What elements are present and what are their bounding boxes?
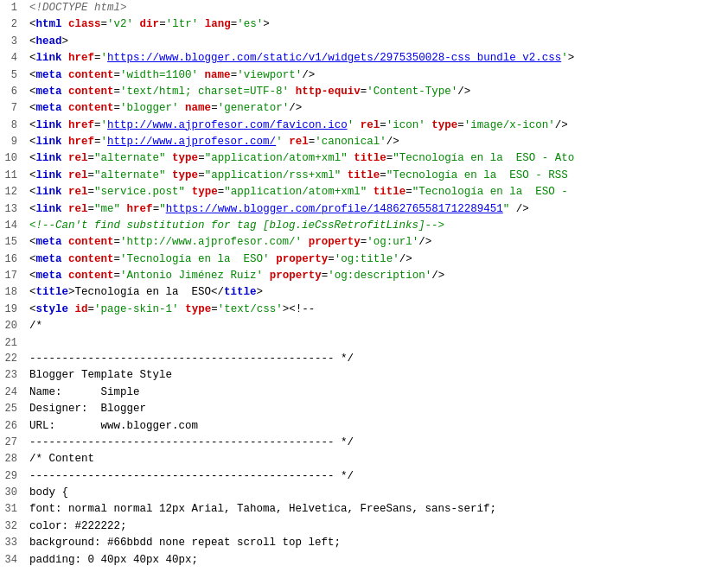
line-number: 8: [0, 118, 26, 134]
code-token: meta: [36, 253, 62, 265]
code-token: "alternate": [94, 152, 166, 164]
code-token: content: [68, 69, 114, 81]
line-number: 22: [0, 351, 26, 367]
code-token: 'text/html; charset=UTF-8': [120, 86, 289, 98]
line-row: 7<meta content='blogger' name='generator…: [0, 100, 728, 117]
code-token: "application/atom+xml": [224, 186, 367, 198]
code-token: https://www.blogger.com/profile/14862765…: [166, 203, 503, 215]
code-token: [179, 303, 186, 315]
line-row: 10<link rel="alternate" type="applicatio…: [0, 150, 728, 167]
code-token: =: [198, 152, 205, 164]
code-token: href: [68, 119, 94, 131]
code-token: rel: [68, 152, 88, 164]
line-content: Name: Simple: [26, 385, 728, 401]
code-token: ': [101, 136, 108, 148]
code-token: name: [205, 69, 231, 81]
line-content: ----------------------------------------…: [26, 351, 728, 367]
code-token: <: [29, 186, 36, 198]
code-token: =: [231, 69, 238, 81]
code-token: property: [276, 253, 328, 265]
code-token: http://www.ajprofesor.com/favicon.ico: [107, 119, 348, 131]
code-token: [62, 152, 69, 164]
line-content: body {: [26, 485, 728, 501]
line-number: 33: [0, 535, 26, 551]
code-token: link: [36, 52, 62, 64]
line-number: 19: [0, 302, 26, 318]
line-number: 5: [0, 67, 26, 84]
line-content: <!DOCTYPE html>: [26, 0, 728, 16]
code-token: =: [94, 119, 101, 131]
line-content: URL: www.blogger.com: [26, 418, 728, 435]
code-token: body {: [29, 486, 68, 499]
line-number: 27: [0, 435, 26, 451]
code-token: [68, 303, 75, 315]
code-token: "alternate": [94, 169, 166, 181]
code-token: [62, 236, 69, 248]
code-token: =: [457, 119, 464, 131]
code-token: 'v2': [107, 18, 133, 30]
line-row: 5<meta content='width=1100' name='viewpo…: [0, 67, 728, 84]
code-token: >: [257, 286, 264, 298]
code-token: />: [431, 270, 444, 282]
code-token: ': [561, 52, 568, 64]
code-token: Can't find substitution for tag [blog.ie…: [55, 219, 425, 232]
code-token: rel: [68, 186, 88, 198]
line-content: <link href='https://www.blogger.com/stat…: [26, 50, 728, 67]
code-token: <: [29, 270, 36, 282]
line-content: <meta content='http://www.ajprofesor.com…: [26, 234, 728, 251]
code-token: href: [127, 203, 153, 215]
code-token: link: [36, 119, 62, 131]
line-number: 21: [0, 335, 26, 352]
code-token: [62, 169, 69, 181]
code-token: 'og:url': [367, 236, 418, 248]
code-token: URL: www.blogger.com: [29, 420, 198, 432]
code-token: link: [36, 152, 62, 164]
code-token: =: [380, 169, 386, 181]
code-token: title: [224, 286, 257, 298]
line-number: 34: [0, 552, 26, 569]
code-token: [354, 119, 361, 131]
code-token: [289, 86, 296, 98]
line-content: <link rel="alternate" type="application/…: [26, 168, 728, 184]
line-number: 28: [0, 451, 26, 467]
line-number: 32: [0, 518, 26, 535]
code-token: [62, 186, 69, 198]
code-token: <: [29, 69, 36, 81]
line-content: color: #222222;: [26, 518, 728, 535]
code-token: [367, 186, 374, 198]
line-number: 15: [0, 234, 26, 251]
code-token: >: [62, 35, 69, 48]
line-content: <style id='page-skin-1' type='text/css'>…: [26, 302, 728, 318]
code-token: ": [159, 203, 166, 215]
code-token: rel: [68, 169, 88, 181]
code-token: -->: [425, 219, 445, 232]
line-row: 2<html class='v2' dir='ltr' lang='es'>: [0, 16, 728, 33]
code-token: <: [29, 169, 36, 181]
line-row: 23Blogger Template Style: [0, 367, 728, 384]
code-token: /* Content: [29, 453, 94, 465]
code-token: <: [29, 253, 36, 265]
line-row: 19<style id='page-skin-1' type='text/css…: [0, 302, 728, 318]
code-token: [166, 152, 173, 164]
code-token: ': [101, 52, 108, 64]
code-token: 'generator': [218, 102, 290, 114]
code-token: dir: [140, 18, 160, 30]
code-token: />: [509, 203, 529, 215]
line-number: 1: [0, 0, 26, 16]
code-token: [62, 18, 69, 30]
code-token: property: [309, 236, 361, 248]
code-token: <: [29, 203, 36, 215]
code-token: =: [114, 102, 121, 114]
code-token: [62, 253, 69, 265]
line-content: background: #66bbdd none repeat scroll t…: [26, 535, 728, 551]
code-token: "service.post": [94, 186, 185, 198]
code-token: />: [399, 253, 412, 265]
code-token: >: [263, 18, 270, 30]
line-row: 33background: #66bbdd none repeat scroll…: [0, 535, 728, 551]
code-token: />: [418, 236, 431, 248]
line-row: 27--------------------------------------…: [0, 435, 728, 451]
code-token: href: [68, 52, 94, 64]
code-token: title: [354, 152, 386, 164]
line-row: 3<head>: [0, 34, 728, 50]
line-row: 1<!DOCTYPE html>: [0, 0, 728, 16]
